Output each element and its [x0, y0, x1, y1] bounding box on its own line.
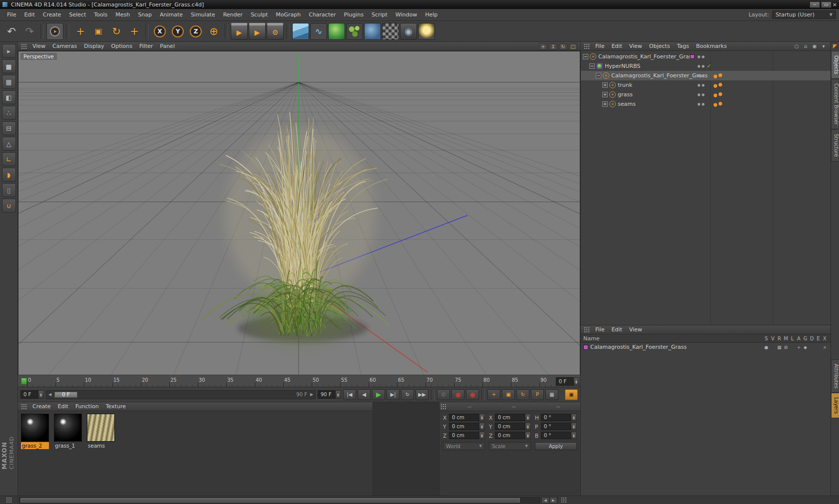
coordinate-input[interactable]: 0 cm ▲▼ — [495, 423, 531, 430]
apply-button[interactable]: Apply — [535, 442, 577, 450]
menubar-item[interactable]: Snap — [134, 10, 156, 19]
coordinate-input[interactable]: 0 cm ▲▼ — [449, 423, 485, 430]
coordinate-input[interactable]: 0 cm ▲▼ — [495, 432, 531, 439]
material-item[interactable]: seams — [87, 414, 116, 449]
redo-button[interactable]: ↷ — [21, 23, 38, 40]
object-tree-row[interactable]: grass ✓ — [581, 90, 831, 99]
add-light-button[interactable] — [418, 23, 435, 40]
object-manager-menu-item[interactable]: Objects — [646, 42, 674, 50]
layer-name[interactable]: Calamagrostis_Karl_Foerster_Grass — [590, 344, 687, 350]
stepper-arrows-icon[interactable]: ▲▼ — [525, 432, 531, 439]
horizontal-scrollbar-thumb[interactable] — [20, 498, 520, 503]
cycle-mode-button[interactable]: ↻ — [401, 389, 414, 400]
menubar-item[interactable]: Character — [305, 10, 340, 19]
drag-handle-icon[interactable] — [584, 327, 590, 333]
phong-tag-icon[interactable] — [713, 73, 724, 79]
material-menu-item[interactable]: Texture — [102, 402, 129, 411]
stepper-arrows-icon[interactable]: ▲▼ — [525, 423, 531, 430]
stepper-arrows-icon[interactable]: ▲▼ — [479, 414, 485, 421]
live-selection-button[interactable]: ➤ — [46, 23, 63, 40]
scroll-left-icon[interactable]: ◀ — [541, 497, 549, 504]
stepper-arrows-icon[interactable]: ▲▼ — [479, 423, 485, 430]
move-tool-button[interactable]: + — [72, 23, 89, 40]
object-name[interactable]: grass — [618, 91, 633, 98]
stepper-arrows-icon[interactable]: ▲▼ — [38, 390, 44, 399]
menubar-item[interactable]: Select — [65, 10, 90, 19]
material-thumbnail[interactable] — [54, 414, 82, 442]
object-manager-menu-item[interactable]: Tags — [673, 42, 692, 50]
rotate-view-icon[interactable]: ↻ — [559, 43, 567, 50]
expand-toggle-icon[interactable] — [596, 73, 601, 78]
layer-toggle-icon[interactable] — [815, 345, 822, 350]
expand-toggle-icon[interactable] — [602, 82, 608, 88]
timeline-ruler[interactable]: 051015202530354045505560657075808590 0 F… — [18, 375, 580, 387]
layer-toggle-icon[interactable]: ◆ — [802, 345, 809, 350]
layer-toggle-icon[interactable]: + — [796, 345, 802, 350]
right-panel-tab[interactable]: Objects — [831, 51, 839, 79]
material-item[interactable]: grass_2 — [21, 414, 50, 449]
viewport-menu-item[interactable]: Filter — [136, 42, 156, 50]
visibility-dots-icon[interactable] — [697, 83, 706, 87]
minimize-button[interactable]: − — [810, 1, 820, 8]
coordinate-system-button[interactable]: ⊕ — [205, 23, 222, 40]
polygons-mode-button[interactable]: △ — [2, 137, 16, 151]
expand-toggle-icon[interactable] — [602, 92, 608, 97]
viewport-menu-item[interactable]: View — [29, 42, 49, 50]
coordinate-value[interactable]: 0 ° — [541, 432, 571, 439]
viewport-menu-item[interactable]: Options — [108, 42, 136, 50]
layer-toggle-icon[interactable]: ⊞ — [783, 345, 789, 350]
object-tree-row[interactable]: seams ✓ — [581, 99, 831, 109]
enabled-check-icon[interactable]: ✓ — [707, 63, 711, 69]
coordinate-input[interactable]: 0 ° ▲▼ — [541, 432, 577, 439]
grass-object[interactable] — [203, 112, 390, 345]
material-menu-item[interactable]: Function — [72, 402, 102, 411]
position-mode-dropdown[interactable]: World ▼ — [443, 442, 485, 450]
menubar-item[interactable]: File — [3, 10, 20, 19]
stepper-arrows-icon[interactable]: ▲▼ — [574, 377, 579, 386]
scroll-right-icon[interactable]: ▶ — [549, 497, 557, 504]
undo-button[interactable]: ↶ — [3, 23, 20, 40]
menubar-item[interactable]: Window — [392, 10, 421, 19]
object-name[interactable]: Calamagrostis_Karl_Foerster_Grass — [611, 72, 708, 79]
restore-button[interactable]: ▭ — [821, 1, 832, 8]
workplane-mode-button[interactable]: ◧ — [2, 90, 16, 104]
expand-toggle-icon[interactable] — [583, 54, 588, 59]
coordinate-value[interactable]: 0 ° — [541, 414, 571, 421]
next-frame-button[interactable]: ▶| — [387, 389, 400, 400]
object-tree-row[interactable]: HyperNURBS ✓ — [581, 61, 831, 71]
material-item[interactable]: grass_1 — [54, 414, 83, 449]
eye-icon[interactable]: ◉ — [811, 43, 818, 49]
layer-toggle-icon[interactable] — [789, 345, 796, 350]
object-tree-row[interactable]: Calamagrostis_Karl_Foerster_Grass ✓ — [581, 71, 831, 80]
timeline-range-slider[interactable]: ◀ 0 F 90 F ▶ — [46, 390, 316, 399]
current-frame-field[interactable]: 0 F ▲▼ — [556, 377, 579, 386]
menubar-item[interactable]: Sculpt — [247, 10, 272, 19]
menubar-item[interactable]: Animate — [156, 10, 187, 19]
points-mode-button[interactable]: ∴ — [2, 106, 16, 120]
maximize-view-icon[interactable]: □ — [569, 43, 577, 50]
add-hypernurbs-button[interactable] — [328, 23, 345, 40]
search-icon[interactable]: ○ — [793, 43, 800, 49]
drag-handle-icon[interactable] — [561, 497, 567, 503]
record-scale-button[interactable]: ▣ — [502, 389, 515, 400]
record-keyframe-button[interactable]: ● — [451, 389, 464, 400]
menubar-item[interactable]: Render — [219, 10, 247, 19]
coordinate-value[interactable]: 0 ° — [541, 423, 571, 430]
add-deformer-button[interactable] — [364, 23, 381, 40]
stepper-arrows-icon[interactable]: ▲▼ — [336, 390, 341, 399]
visibility-dots-icon[interactable] — [697, 74, 706, 78]
range-end-value[interactable]: 90 F — [318, 390, 336, 399]
size-mode-dropdown[interactable]: Scale ▼ — [489, 442, 531, 450]
coordinate-input[interactable]: 0 cm ▲▼ — [449, 432, 485, 439]
layer-row[interactable]: Calamagrostis_Karl_Foerster_Grass ●▦⊞+◆× — [581, 343, 831, 351]
render-settings-button[interactable]: ⚙ — [267, 23, 284, 40]
object-name[interactable]: trunk — [618, 82, 632, 88]
coordinate-value[interactable]: 0 cm — [449, 423, 479, 430]
range-start-field[interactable]: 0 F ▲▼ — [20, 390, 44, 399]
close-button[interactable]: × — [833, 1, 837, 8]
stepper-arrows-icon[interactable]: ▲▼ — [571, 414, 577, 421]
layer-toggle-icon[interactable]: ● — [763, 345, 770, 350]
drag-handle-icon[interactable] — [21, 404, 27, 410]
expand-toggle-icon[interactable] — [602, 101, 608, 107]
menubar-item[interactable]: Plugins — [340, 10, 368, 19]
